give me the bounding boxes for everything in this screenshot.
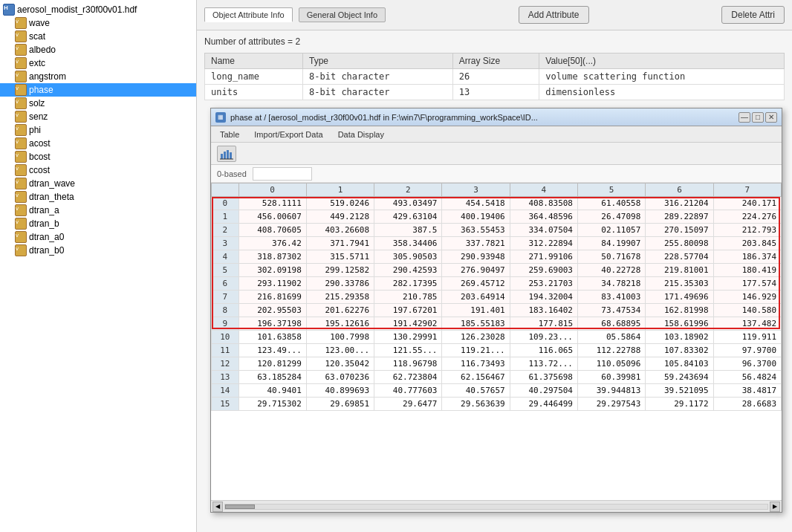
row-index: 13 (212, 371, 239, 384)
tree-item-dtran-wave[interactable]: v dtran_wave (0, 177, 196, 190)
data-cell: 120.81299 (238, 357, 306, 371)
table-row[interactable]: 8202.95503201.62276197.67201191.401183.1… (212, 304, 782, 317)
table-row[interactable]: 2408.70605403.26608387.5363.55453334.075… (212, 224, 782, 237)
var-icon: v (15, 218, 27, 230)
data-cell: 29.446499 (510, 398, 577, 411)
data-cell: 203.64914 (442, 291, 510, 304)
data-cell: 259.69003 (510, 264, 577, 277)
data-cell: 118.96798 (374, 357, 442, 371)
data-cell: 05.5864 (578, 331, 646, 344)
tree-item-label: angstrom (29, 71, 66, 82)
col-header-3: 3 (442, 184, 510, 197)
delete-attribute-button[interactable]: Delete Attri (721, 6, 785, 24)
tree-item-dtran-a[interactable]: v dtran_a (0, 204, 196, 217)
table-row[interactable]: long_name8-bit character26volume scatter… (205, 69, 785, 85)
data-cell: 110.05096 (578, 357, 646, 371)
cell-name: units (205, 85, 303, 100)
data-cell: 56.4824 (713, 371, 781, 384)
data-cell: 40.777603 (374, 384, 442, 398)
horizontal-scrollbar[interactable]: ◀ ▶ (211, 500, 782, 512)
chart-button[interactable] (217, 146, 236, 162)
tree-item-dtran-a0[interactable]: v dtran_a0 (0, 230, 196, 244)
tree-item-dtran-theta[interactable]: v dtran_theta (0, 190, 196, 204)
var-icon: v (15, 111, 27, 123)
data-cell: 119.21... (442, 344, 510, 357)
hdf-icon: H (3, 4, 15, 16)
index-input[interactable] (253, 167, 312, 181)
tree-item-phase[interactable]: v phase (0, 83, 196, 97)
tree-item-angstrom[interactable]: v angstrom (0, 70, 196, 83)
table-row[interactable]: units8-bit character13dimensionless (205, 85, 785, 100)
scroll-thumb[interactable] (225, 505, 255, 509)
minimize-button[interactable]: — (739, 112, 750, 123)
tree-item-dtran-b[interactable]: v dtran_b (0, 217, 196, 230)
data-cell: 253.21703 (510, 277, 577, 291)
data-cell: 195.12616 (306, 317, 374, 331)
table-row[interactable]: 1363.18528463.07023662.72380462.15646761… (212, 371, 782, 384)
tree-item-bcost[interactable]: v bcost (0, 150, 196, 163)
data-cell: 162.81998 (646, 304, 713, 317)
col-type: Type (303, 53, 453, 69)
data-cell: 140.580 (713, 304, 781, 317)
menu-table[interactable]: Table (217, 129, 242, 140)
tab-general-object-info[interactable]: General Object Info (299, 7, 386, 22)
row-header-col (212, 184, 239, 197)
data-cell: 528.1111 (238, 197, 306, 210)
tree-item-solz[interactable]: v solz (0, 97, 196, 110)
var-icon: v (15, 137, 27, 149)
tree-item-wave[interactable]: v wave (0, 16, 196, 30)
data-cell: 116.73493 (442, 357, 510, 371)
scroll-track[interactable] (224, 504, 768, 510)
data-cell: 519.0246 (306, 197, 374, 210)
tree-item-phi[interactable]: v phi (0, 123, 196, 137)
table-row[interactable]: 1456.00607449.2128429.63104400.19406364.… (212, 210, 782, 224)
data-cell: 40.297504 (510, 384, 577, 398)
main-toolbar: Object Attribute Info General Object Inf… (197, 0, 792, 30)
data-cell: 371.7941 (306, 237, 374, 250)
scroll-left-button[interactable]: ◀ (212, 502, 223, 512)
data-cell: 194.32004 (510, 291, 577, 304)
tree-item-senz[interactable]: v senz (0, 110, 196, 123)
data-grid: 01234567 0528.1111519.0246493.03497454.5… (211, 183, 782, 411)
tree-item-acost[interactable]: v acost (0, 137, 196, 150)
data-cell: 215.29358 (306, 291, 374, 304)
table-row[interactable]: 4318.87302315.5711305.90503290.93948271.… (212, 250, 782, 264)
scroll-right-button[interactable]: ▶ (770, 502, 780, 512)
table-row[interactable]: 12120.81299120.35042118.96798116.7349311… (212, 357, 782, 371)
data-grid-container[interactable]: 01234567 0528.1111519.0246493.03497454.5… (211, 183, 782, 500)
table-row[interactable]: 0528.1111519.0246493.03497454.5418408.83… (212, 197, 782, 210)
data-cell: 183.16402 (510, 304, 577, 317)
data-cell: 120.35042 (306, 357, 374, 371)
var-icon: v (15, 57, 27, 69)
table-row[interactable]: 11123.49...123.00...121.55...119.21...11… (212, 344, 782, 357)
table-row[interactable]: 5302.09198299.12582290.42593276.90497259… (212, 264, 782, 277)
tree-item-ccost[interactable]: v ccost (0, 163, 196, 177)
maximize-button[interactable]: □ (752, 112, 764, 123)
tree-item-dtran-b0[interactable]: v dtran_b0 (0, 244, 196, 257)
sub-window-toolbar (211, 143, 782, 165)
col-header-5: 5 (578, 184, 646, 197)
add-attribute-button[interactable]: Add Attribute (519, 6, 589, 24)
table-row[interactable]: 9196.37198195.12616191.42902185.55183177… (212, 317, 782, 331)
menu-data-display[interactable]: Data Display (335, 129, 387, 140)
table-row[interactable]: 1529.71530229.6985129.647729.56363929.44… (212, 398, 782, 411)
close-button[interactable]: ✕ (765, 112, 777, 123)
table-row[interactable]: 10101.63858100.7998130.29991126.23028109… (212, 331, 782, 344)
data-cell: 312.22894 (510, 237, 577, 250)
row-index: 7 (212, 291, 239, 304)
tab-object-attribute-info[interactable]: Object Attribute Info (204, 7, 293, 22)
tree-item-scat[interactable]: v scat (0, 30, 196, 43)
table-row[interactable]: 1440.940140.89969340.77760340.5765740.29… (212, 384, 782, 398)
tree-item-albedo[interactable]: v albedo (0, 43, 196, 56)
col-header-0: 0 (238, 184, 306, 197)
tree-item-label: solz (29, 98, 45, 108)
menu-import-export[interactable]: Import/Export Data (251, 129, 325, 140)
table-row[interactable]: 7216.81699215.29358210.785203.64914194.3… (212, 291, 782, 304)
attributes-table: Name Type Array Size Value[50](...) long… (204, 53, 785, 100)
data-cell: 210.785 (374, 291, 442, 304)
table-row[interactable]: 3376.42371.7941358.34406337.7821312.2289… (212, 237, 782, 250)
table-row[interactable]: 6293.11902290.33786282.17395269.45712253… (212, 277, 782, 291)
tree-item-extc[interactable]: v extc (0, 56, 196, 70)
data-cell: 103.18902 (646, 331, 713, 344)
tree-item-hdf[interactable]: H aerosol_modist_r30f00v01.hdf (0, 3, 196, 16)
